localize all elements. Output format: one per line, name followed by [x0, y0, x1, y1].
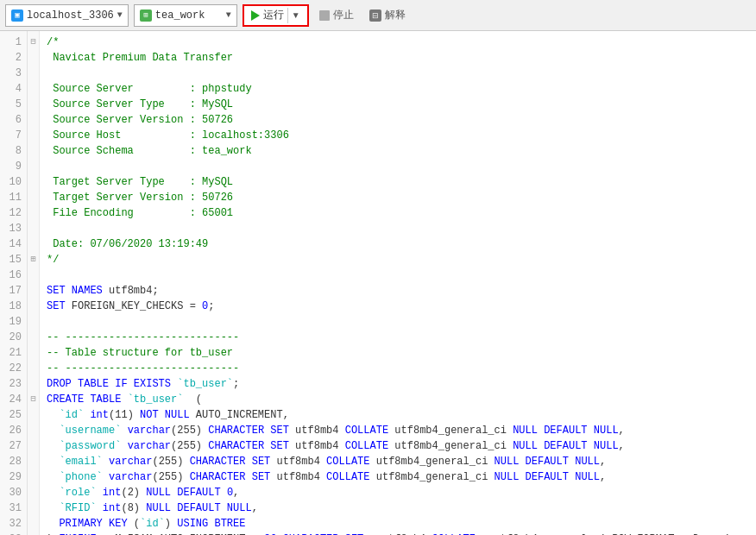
- stop-button[interactable]: 停止: [314, 4, 359, 27]
- play-icon: [251, 10, 260, 21]
- db-icon: ⊞: [140, 9, 152, 22]
- db-dropdown-arrow: ▼: [226, 10, 231, 20]
- server-dropdown-arrow: ▼: [117, 10, 123, 20]
- run-dropdown-arrow[interactable]: ▼: [287, 8, 300, 23]
- database-selector[interactable]: ⊞ tea_work ▼: [134, 4, 237, 27]
- line-numbers: 1 2 3 4 5 6 7 8 9 10 11 12 13 14 15 16 1…: [0, 31, 28, 535]
- toolbar: ▣ localhost_3306 ▼ ⊞ tea_work ▼ 运行 ▼ 停止 …: [0, 0, 756, 31]
- server-icon: ▣: [11, 9, 23, 22]
- stop-icon: [319, 10, 330, 21]
- stop-label: 停止: [333, 8, 354, 22]
- code-content[interactable]: /* Navicat Premium Data Transfer Source …: [40, 31, 756, 535]
- explain-label: 解释: [385, 8, 406, 22]
- explain-button[interactable]: ⊟ 解释: [364, 4, 411, 27]
- server-label: localhost_3306: [27, 9, 114, 22]
- run-label: 运行: [263, 8, 284, 22]
- explain-icon: ⊟: [369, 9, 381, 22]
- code-editor[interactable]: 1 2 3 4 5 6 7 8 9 10 11 12 13 14 15 16 1…: [0, 31, 756, 535]
- fold-column: ⊟ ⊞ ⊟ ⊞: [28, 31, 40, 535]
- server-selector[interactable]: ▣ localhost_3306 ▼: [5, 4, 129, 27]
- run-button[interactable]: 运行 ▼: [243, 4, 309, 27]
- database-label: tea_work: [155, 9, 205, 22]
